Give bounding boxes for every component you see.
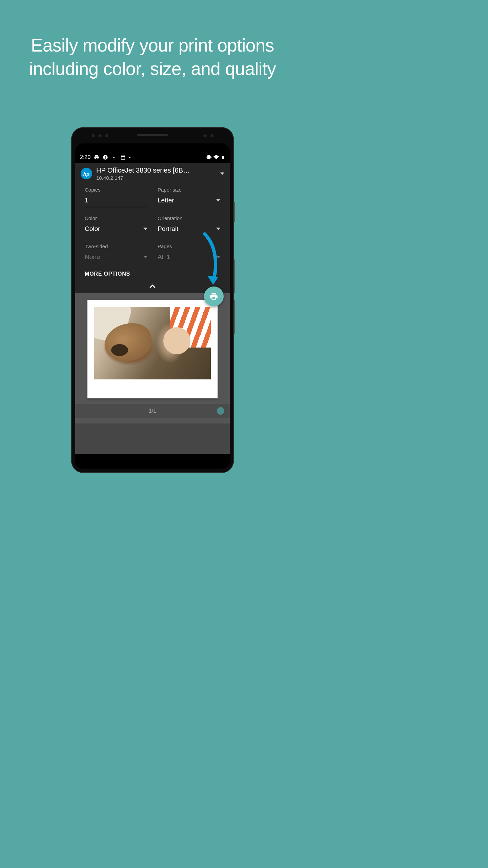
print-options-panel: hp HP OfficeJet 3830 series [6B… 10.40.2… [75, 163, 230, 293]
page-selected-check-icon[interactable] [217, 407, 224, 415]
paper-size-value: Letter [158, 197, 174, 204]
paper-size-label: Paper size [158, 187, 220, 193]
print-fab-button[interactable] [204, 287, 224, 306]
android-nav-bar [75, 454, 230, 469]
color-field[interactable]: Color Color [85, 215, 147, 240]
pages-value: All 1 [158, 253, 170, 261]
color-label: Color [85, 215, 147, 221]
pages-label: Pages [158, 243, 220, 249]
color-value: Color [85, 225, 100, 233]
more-options-button[interactable]: MORE OPTIONS [75, 268, 230, 283]
vibrate-icon [206, 155, 211, 160]
orientation-value: Portrait [158, 225, 178, 233]
printer-selector[interactable]: hp HP OfficeJet 3830 series [6B… 10.40.2… [75, 163, 230, 183]
copies-label: Copies [85, 187, 147, 193]
two-sided-label: Two-sided [85, 243, 147, 249]
paper-size-field[interactable]: Paper size Letter [158, 187, 220, 212]
more-notifications-dot [129, 157, 130, 158]
print-icon [209, 292, 218, 301]
chevron-down-icon [216, 227, 220, 231]
orientation-label: Orientation [158, 215, 220, 221]
battery-icon [221, 155, 225, 160]
download-icon [111, 155, 117, 160]
wifi-icon [214, 155, 219, 160]
page-indicator-bar: 1/1 [75, 404, 230, 418]
preview-page [87, 300, 218, 398]
power-button-hw [234, 202, 235, 222]
alert-icon [103, 155, 108, 160]
bottom-scrim [75, 423, 230, 454]
phone-frame: 2:20 hp HP OfficeJet 3830 series [6B… 10… [71, 127, 234, 473]
chevron-up-icon [149, 283, 156, 289]
two-sided-value: None [85, 253, 100, 261]
pages-field: Pages All 1 [158, 243, 220, 268]
chevron-down-icon [143, 227, 147, 231]
printer-name: HP OfficeJet 3830 series [6B… [96, 166, 190, 174]
svg-rect-2 [105, 158, 105, 159]
status-time: 2:20 [80, 154, 90, 160]
printer-ip: 10.40.2.147 [96, 175, 190, 181]
preview-photo [94, 307, 211, 379]
chevron-down-icon [216, 255, 220, 259]
phone-hardware-top [71, 134, 234, 136]
status-bar: 2:20 [75, 143, 230, 163]
print-icon [94, 155, 99, 160]
copies-value: 1 [85, 197, 88, 204]
chevron-down-icon [216, 198, 220, 202]
two-sided-field: Two-sided None [85, 243, 147, 268]
calendar-icon [120, 155, 126, 160]
copies-field[interactable]: Copies 1 [85, 187, 147, 212]
chevron-down-icon [143, 255, 147, 259]
orientation-field[interactable]: Orientation Portrait [158, 215, 220, 240]
chevron-down-icon [220, 172, 224, 176]
hp-logo-icon: hp [81, 168, 92, 179]
phone-screen: 2:20 hp HP OfficeJet 3830 series [6B… 10… [75, 143, 230, 469]
volume-down-hw [234, 300, 235, 334]
volume-up-hw [234, 259, 235, 293]
marketing-headline: Easily modify your print options includi… [0, 0, 305, 81]
page-indicator-text: 1/1 [149, 408, 156, 414]
svg-rect-1 [105, 156, 105, 158]
